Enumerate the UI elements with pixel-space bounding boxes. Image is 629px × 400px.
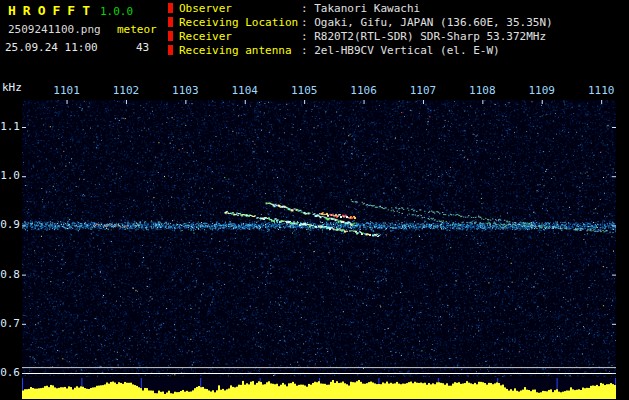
info-label: Receiving antenna bbox=[179, 44, 301, 57]
info-row: Receiver: R820T2(RTL-SDR) SDR-Sharp 53.3… bbox=[168, 30, 553, 44]
x-tick-label: 1104 bbox=[231, 84, 259, 97]
hrofft-window: HROFFT 1.0.0 2509241100.png meteor 25.09… bbox=[0, 0, 629, 400]
y-tick-label: 1.0 bbox=[0, 169, 20, 182]
info-label: Receiving Location bbox=[179, 16, 301, 29]
info-value: : Takanori Kawachi bbox=[301, 2, 420, 15]
info-value: : 2el-HB9CV Vertical (el. E-W) bbox=[301, 44, 500, 57]
x-tick-label: 1110 bbox=[587, 84, 615, 97]
y-tick-label: 0.9 bbox=[0, 218, 20, 231]
y-tick-label: 1.1 bbox=[0, 120, 20, 133]
info-row: Receiving Location: Ogaki, Gifu, JAPAN (… bbox=[168, 16, 553, 30]
x-tick-label: 1103 bbox=[171, 84, 199, 97]
timestamp: 25.09.24 11:00 bbox=[5, 41, 98, 54]
info-row: Receiving antenna: 2el-HB9CV Vertical (e… bbox=[168, 44, 553, 58]
activity-strip-canvas bbox=[22, 378, 616, 399]
x-tick-label: 1108 bbox=[468, 84, 496, 97]
app-title: HROFFT bbox=[8, 3, 97, 18]
x-tick-label: 1107 bbox=[409, 84, 437, 97]
red-bullet-icon bbox=[168, 45, 173, 55]
mode-label: meteor bbox=[117, 23, 157, 36]
spectrogram-canvas bbox=[22, 100, 616, 377]
info-value: : R820T2(RTL-SDR) SDR-Sharp 53.372MHz bbox=[301, 30, 546, 43]
y-tick-label: 0.7 bbox=[0, 317, 20, 330]
red-bullet-icon bbox=[168, 3, 173, 13]
x-tick-label: 1105 bbox=[290, 84, 318, 97]
red-bullet-icon bbox=[168, 17, 173, 27]
y-tick-label: 0.6 bbox=[0, 366, 20, 379]
info-row: Observer: Takanori Kawachi bbox=[168, 2, 553, 16]
x-tick-label: 1109 bbox=[528, 84, 556, 97]
x-tick-label: 1102 bbox=[112, 84, 140, 97]
x-tick-label: 1101 bbox=[53, 84, 81, 97]
y-tick-label: 0.8 bbox=[0, 268, 20, 281]
y-axis-unit: kHz bbox=[2, 81, 22, 94]
info-value: : Ogaki, Gifu, JAPAN (136.60E, 35.35N) bbox=[301, 16, 553, 29]
info-label: Receiver bbox=[179, 30, 301, 43]
app-version: 1.0.0 bbox=[100, 5, 133, 18]
echo-count: 43 bbox=[136, 41, 149, 54]
output-filename: 2509241100.png bbox=[8, 23, 101, 36]
info-label: Observer bbox=[179, 2, 301, 15]
x-tick-label: 1106 bbox=[350, 84, 378, 97]
red-bullet-icon bbox=[168, 31, 173, 41]
station-info: Observer: Takanori KawachiReceiving Loca… bbox=[168, 2, 553, 58]
